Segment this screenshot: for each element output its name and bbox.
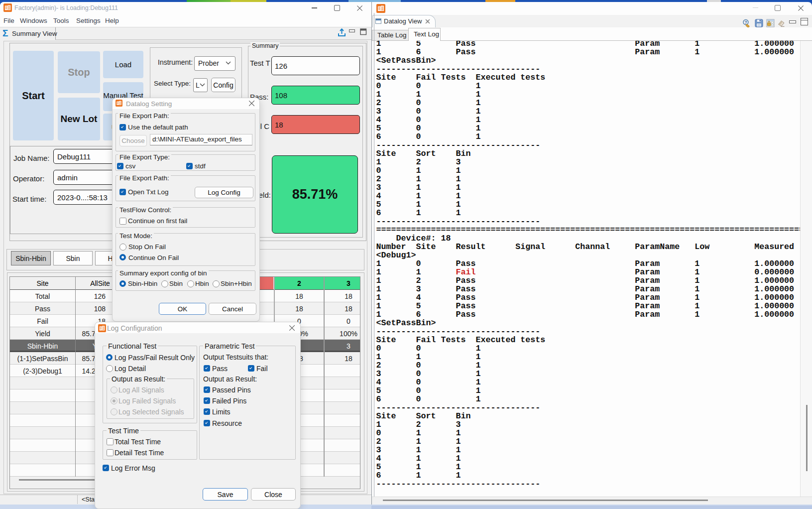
svg-text:?: ? bbox=[744, 20, 747, 25]
